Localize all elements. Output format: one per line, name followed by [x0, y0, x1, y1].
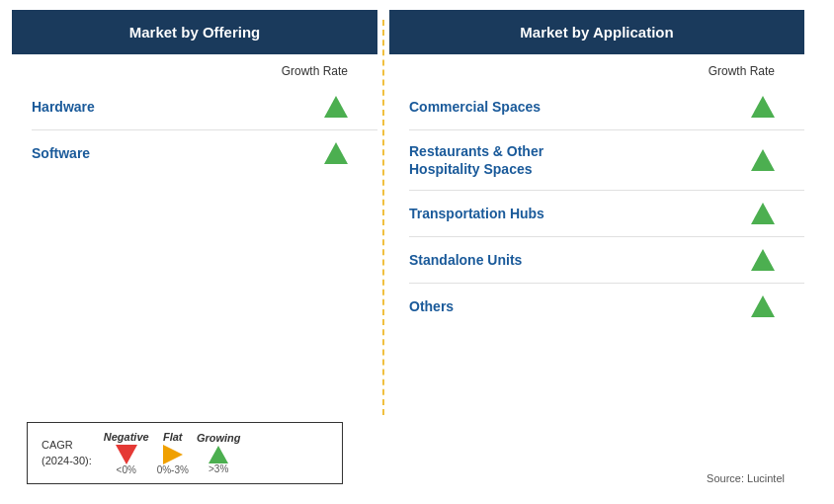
negative-sublabel: <0%	[117, 464, 136, 475]
arrow-right-icon	[163, 445, 183, 464]
arrow-down-icon	[116, 445, 137, 464]
legend-container: CAGR (2024-30): Negative <0% Flat 0%-3% …	[12, 422, 377, 494]
cagr-label: CAGR (2024-30):	[42, 438, 92, 468]
commercial-spaces-label: Commercial Spaces	[409, 98, 751, 116]
list-item: Standalone Units	[409, 237, 804, 284]
standalone-label: Standalone Units	[409, 251, 751, 269]
source-area: Source: Lucintel	[389, 472, 804, 494]
growing-label: Growing	[197, 432, 241, 444]
cagr-text: CAGR (2024-30):	[42, 439, 92, 465]
legend-area: CAGR (2024-30): Negative <0% Flat 0%-3% …	[27, 422, 343, 484]
arrow-up-icon	[751, 149, 775, 171]
left-growth-rate-label: Growth Rate	[282, 64, 348, 78]
arrow-up-icon	[751, 203, 775, 224]
right-header: Market by Application	[389, 10, 804, 54]
growing-sublabel: >3%	[208, 463, 228, 474]
right-growth-rate-row: Growth Rate	[389, 64, 804, 78]
flat-sublabel: 0%-3%	[157, 464, 189, 475]
arrow-up-icon	[751, 249, 775, 271]
list-item: Transportation Hubs	[409, 191, 804, 237]
arrow-up-icon	[324, 96, 348, 118]
arrow-up-icon	[324, 142, 348, 164]
list-item: Software	[32, 130, 377, 176]
hardware-label: Hardware	[32, 98, 324, 116]
negative-label: Negative	[104, 431, 149, 443]
divider	[382, 20, 384, 415]
transportation-label: Transportation Hubs	[409, 205, 751, 222]
legend-negative: Negative <0%	[104, 431, 149, 475]
right-panel: Market by Application Growth Rate Commer…	[389, 10, 804, 494]
restaurants-label: Restaurants & OtherHospitality Spaces	[409, 142, 751, 178]
right-growth-rate-label: Growth Rate	[709, 64, 775, 78]
arrow-up-sm-icon	[208, 446, 228, 463]
software-label: Software	[32, 144, 324, 162]
arrow-up-icon	[751, 96, 775, 118]
flat-label: Flat	[163, 431, 183, 443]
legend-growing: Growing >3%	[197, 432, 241, 474]
others-label: Others	[409, 297, 751, 315]
arrow-up-icon	[751, 295, 775, 317]
left-items-container: Hardware Software	[12, 84, 377, 176]
list-item: Restaurants & OtherHospitality Spaces	[409, 130, 804, 191]
list-item: Commercial Spaces	[409, 84, 804, 130]
legend-flat: Flat 0%-3%	[157, 431, 189, 475]
list-item: Others	[409, 284, 804, 329]
list-item: Hardware	[32, 84, 377, 130]
left-growth-rate-row: Growth Rate	[12, 64, 377, 78]
main-container: Market by Offering Growth Rate Hardware …	[12, 10, 822, 494]
left-panel: Market by Offering Growth Rate Hardware …	[12, 10, 377, 494]
left-header: Market by Offering	[12, 10, 377, 54]
source-label: Source: Lucintel	[389, 472, 794, 484]
right-items-container: Commercial Spaces Restaurants & OtherHos…	[389, 84, 804, 329]
